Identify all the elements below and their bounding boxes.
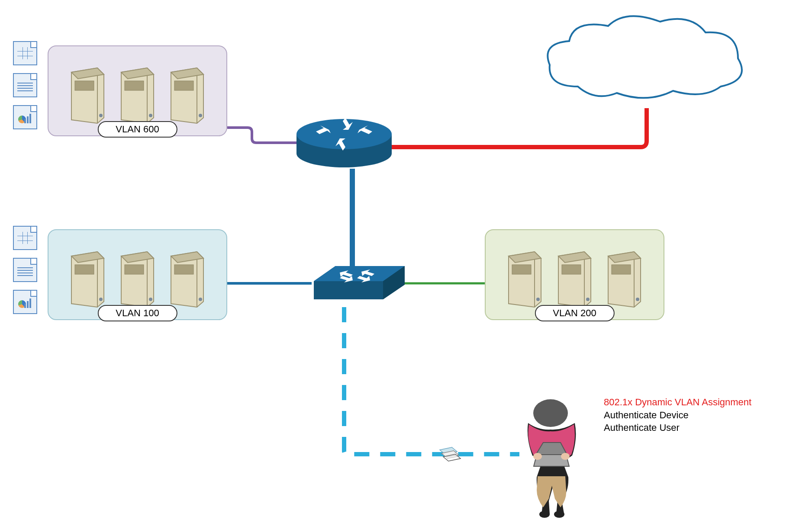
svg-point-13: [536, 298, 540, 301]
doc-spreadsheet-icon: [13, 41, 37, 65]
svg-point-11: [199, 298, 202, 301]
vlan-200-group: VLAN 200: [485, 229, 664, 320]
server-icon: [604, 243, 645, 310]
doc-spreadsheet-icon: [13, 226, 37, 250]
svg-point-5: [199, 114, 202, 117]
annotation-line-1: Authenticate Device: [604, 409, 751, 422]
server-icon: [117, 243, 158, 310]
server-icon: [167, 59, 208, 126]
server-icon: [117, 59, 158, 126]
server-icon: [67, 59, 108, 126]
doc-chart-icon: [13, 105, 37, 129]
svg-point-26: [533, 453, 542, 460]
doc-icons-mid: [13, 226, 37, 314]
svg-rect-4: [174, 81, 193, 90]
link-switch-user: [344, 307, 519, 454]
svg-rect-6: [75, 265, 94, 274]
doc-text-icon: [13, 73, 37, 97]
svg-rect-8: [125, 265, 144, 274]
svg-rect-14: [562, 265, 581, 274]
annotation-text: 802.1x Dynamic VLAN Assignment Authentic…: [604, 396, 751, 434]
svg-rect-2: [125, 81, 144, 90]
svg-rect-0: [75, 81, 94, 90]
svg-point-7: [99, 298, 103, 301]
svg-point-1: [99, 114, 103, 117]
switch-icon: [309, 260, 409, 303]
annotation-title: 802.1x Dynamic VLAN Assignment: [604, 396, 751, 409]
svg-rect-12: [512, 265, 531, 274]
server-icon: [504, 243, 545, 310]
vlan-200-label: VLAN 200: [535, 305, 614, 321]
cloud-icon: [539, 11, 751, 112]
svg-point-25: [554, 511, 564, 518]
svg-point-15: [586, 298, 590, 301]
doc-icons-top: [13, 41, 37, 129]
link-router-cloud: [387, 108, 647, 147]
svg-point-9: [149, 298, 152, 301]
doc-text-icon: [13, 258, 37, 282]
svg-point-20: [296, 119, 392, 149]
svg-rect-10: [174, 265, 193, 274]
server-icon: [167, 243, 208, 310]
svg-point-27: [561, 453, 570, 460]
vlan-100-group: VLAN 100: [48, 229, 227, 320]
link-vlan600-router: [227, 128, 303, 143]
doc-chart-icon: [13, 290, 37, 314]
person-with-laptop-icon: [511, 399, 591, 520]
vlan-600-group: VLAN 600: [48, 45, 227, 136]
annotation-line-2: Authenticate User: [604, 421, 751, 434]
svg-point-17: [636, 298, 639, 301]
documents-icon: [436, 441, 462, 467]
server-icon: [67, 243, 108, 310]
svg-rect-16: [612, 265, 631, 274]
svg-point-24: [539, 511, 550, 518]
network-diagram: VLAN 600 VLAN 100 VLAN 200: [0, 0, 812, 526]
router-icon: [294, 112, 394, 169]
vlan-600-label: VLAN 600: [97, 121, 177, 138]
svg-point-3: [149, 114, 152, 117]
server-icon: [554, 243, 595, 310]
svg-point-23: [533, 399, 568, 427]
vlan-100-label: VLAN 100: [97, 305, 177, 321]
